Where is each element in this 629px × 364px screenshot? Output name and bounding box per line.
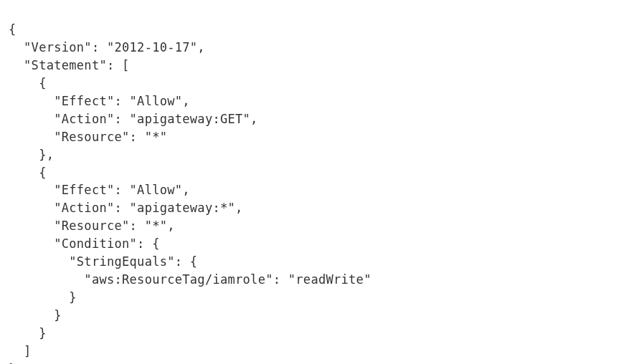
policy-json-text: { "Version": "2012-10-17", "Statement": … (9, 22, 372, 364)
code-block: { "Version": "2012-10-17", "Statement": … (9, 21, 620, 364)
